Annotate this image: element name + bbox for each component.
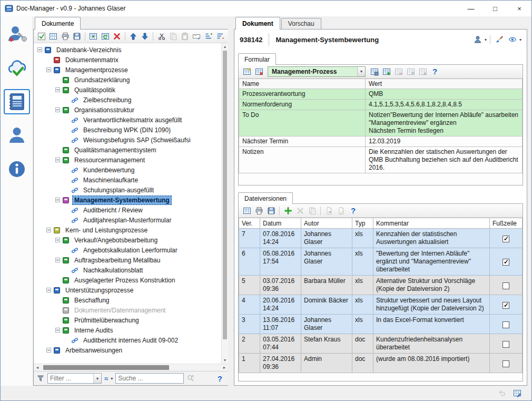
check-box-icon[interactable] (36, 31, 47, 42)
tree-item[interactable]: Prüfmittelüberwachung (35, 315, 220, 325)
form-row[interactable]: Normenforderung4.1,5.1,5.3,5.4,5.6,8.1,8… (239, 100, 523, 110)
table-add-icon[interactable] (381, 66, 392, 77)
tree-expander[interactable] (55, 328, 60, 332)
form-row[interactable]: NotizenDie Kennzahlen der statischen Aus… (239, 147, 523, 173)
tree-item[interactable]: Auditbericht / Review (35, 205, 220, 215)
brush-icon[interactable] (494, 34, 505, 45)
scroll-down-arrow[interactable]: ▼ (222, 357, 228, 364)
version-row[interactable]: 420.06.201614:24Dominik BäckerxlsStruktu… (239, 295, 523, 315)
tree-expander[interactable] (46, 228, 51, 232)
export-icon[interactable] (72, 31, 82, 42)
versions-column-typ[interactable]: Typ (352, 218, 373, 229)
tree-item[interactable]: Interne Audits (35, 325, 220, 335)
export-icon[interactable] (265, 205, 277, 216)
help-icon[interactable]: ? (429, 66, 440, 77)
tree-item[interactable]: Organisationsstruktur (35, 105, 220, 115)
tree-item[interactable]: Weisungsbefugnis SAP (Schweißaufsi (35, 135, 220, 145)
tree-item[interactable]: Kundenbewertung (35, 165, 220, 175)
tree-item[interactable]: Ausgelagerter Prozess Konstruktion (35, 275, 220, 285)
footer-checkbox[interactable] (503, 259, 509, 266)
version-row[interactable]: 503.07.201609:36Barbara MüllerxlsAlterna… (239, 276, 523, 295)
table-import-icon[interactable] (88, 31, 98, 42)
footer-checkbox[interactable] (503, 321, 509, 328)
close-button[interactable]: × (507, 1, 531, 16)
tree-expander[interactable] (55, 258, 60, 262)
expand-all-icon[interactable] (203, 31, 214, 42)
tree-item[interactable]: Angebotskalkulation Leerformular (35, 245, 220, 255)
search-input[interactable] (116, 374, 183, 383)
version-row[interactable]: 313.06.201611:07Johannes GlaserxlsIn das… (239, 315, 523, 334)
form-delete-icon[interactable] (253, 66, 264, 77)
tree-expander[interactable] (55, 107, 60, 112)
sidebar-item-info[interactable] (4, 157, 30, 182)
table-edit-icon[interactable] (511, 388, 523, 399)
tree-item[interactable]: Beschreibung WPK (DIN 1090) (35, 125, 220, 135)
help-icon[interactable]: ? (348, 205, 359, 216)
tree-item[interactable]: Verkauf/Angebotsbearbeitung (35, 235, 220, 245)
version-row[interactable]: 707.08.201614:24Johannes GlaserxlsKennza… (239, 229, 523, 248)
chevron-down-icon[interactable]: ▾ (485, 37, 487, 42)
tab-dokumente[interactable]: Dokumente (35, 17, 81, 30)
footer-checkbox[interactable] (503, 236, 509, 242)
tree-item[interactable]: Maschinenlaufkarte (35, 175, 220, 185)
table-refresh-icon[interactable] (100, 31, 110, 42)
scroll-right-arrow[interactable]: ► (221, 364, 228, 371)
tree-vertical-scrollbar[interactable]: ▲ ▼ (221, 43, 228, 364)
tree-expander[interactable] (46, 288, 51, 292)
vertical-scroll-thumb[interactable] (223, 51, 227, 339)
tree-item[interactable]: Management-Systembewertung (35, 195, 220, 205)
tree-item[interactable]: Kern- und Leistungsprozesse (35, 225, 220, 235)
form-field-value[interactable]: Notizen"Bewertung der Internen Abläufe" … (366, 110, 523, 136)
form-field-value[interactable]: Die Kennzahlen der statischen Auswertung… (366, 147, 523, 173)
tab-dateiversionen[interactable]: Dateiversionen (238, 192, 293, 204)
version-row[interactable]: 203.05.201607:44Stefan KrausdocKundenzuf… (239, 334, 523, 354)
search-mode-dropdown-icon[interactable]: ▾ (111, 376, 113, 381)
eye-icon[interactable] (507, 34, 518, 45)
arrow-up-icon[interactable] (128, 31, 139, 42)
tree-item[interactable]: Beschaffung (35, 295, 220, 305)
tree-item[interactable]: Schulungsplan-ausgefüllt (35, 185, 220, 195)
tree-item[interactable]: Managementprozesse (35, 65, 220, 75)
versions-column-ver[interactable]: Ver. (239, 218, 260, 229)
minimize-button[interactable]: — (459, 1, 483, 16)
sidebar-item-sync[interactable] (4, 55, 30, 81)
form-type-combo[interactable]: Management-Prozess ▾ (268, 66, 366, 77)
form-row[interactable]: ProzessverantwortungQMB (239, 89, 523, 100)
filter-dropdown-icon[interactable]: ▾ (93, 374, 101, 383)
tab-formular[interactable]: Formular (238, 53, 276, 65)
panel-splitter[interactable] (228, 16, 234, 386)
help-icon[interactable]: ? (218, 374, 222, 383)
scroll-left-arrow[interactable]: ◄ (34, 364, 41, 371)
tree-expander[interactable] (55, 198, 60, 202)
tree-item[interactable]: Arbeitsanweisungen (35, 345, 220, 355)
tree-item[interactable]: Dokumenten/Datenmanagement (35, 305, 220, 315)
cut-icon[interactable] (156, 31, 166, 42)
tree-item[interactable]: Auditbericht internes Audit 09-002 (35, 335, 220, 345)
tree-item[interactable]: Ressourcenmanagement (35, 155, 220, 165)
add-green-icon[interactable] (282, 205, 293, 216)
versions-column-datum[interactable]: Datum (260, 218, 301, 229)
edit-field-icon[interactable] (191, 31, 202, 42)
collapse-all-icon[interactable] (215, 31, 225, 42)
print-icon[interactable] (253, 205, 264, 216)
sidebar-item-documents[interactable] (4, 89, 30, 114)
footer-checkbox[interactable] (503, 360, 509, 367)
form-column-name[interactable]: Name (239, 79, 366, 89)
versions-column-kommentar[interactable]: Kommentar (373, 218, 490, 229)
tree-expander[interactable] (46, 348, 51, 353)
horizontal-scroll-track[interactable] (41, 364, 221, 371)
form-field-value[interactable]: 12.03.2019 (366, 136, 523, 147)
combo-dropdown-icon[interactable]: ▾ (357, 67, 365, 76)
scroll-up-arrow[interactable]: ▲ (222, 43, 228, 50)
tree-expander[interactable] (55, 87, 60, 92)
tree-item[interactable]: Datenbank-Verzeichnis (35, 45, 220, 55)
tree-item[interactable]: Nachkalkulationsblatt (35, 265, 220, 275)
sidebar-item-profile[interactable] (4, 22, 30, 47)
footer-checkbox[interactable] (503, 282, 509, 289)
tab-dokument[interactable]: Dokument (235, 17, 280, 30)
delete-red-icon[interactable] (112, 31, 122, 42)
filter-input[interactable] (48, 374, 93, 383)
user-icon[interactable] (472, 34, 484, 45)
tree-horizontal-scrollbar[interactable]: ◄ ► (34, 364, 228, 371)
tree-item[interactable]: Auditjahresplan-Musterformular (35, 215, 220, 225)
